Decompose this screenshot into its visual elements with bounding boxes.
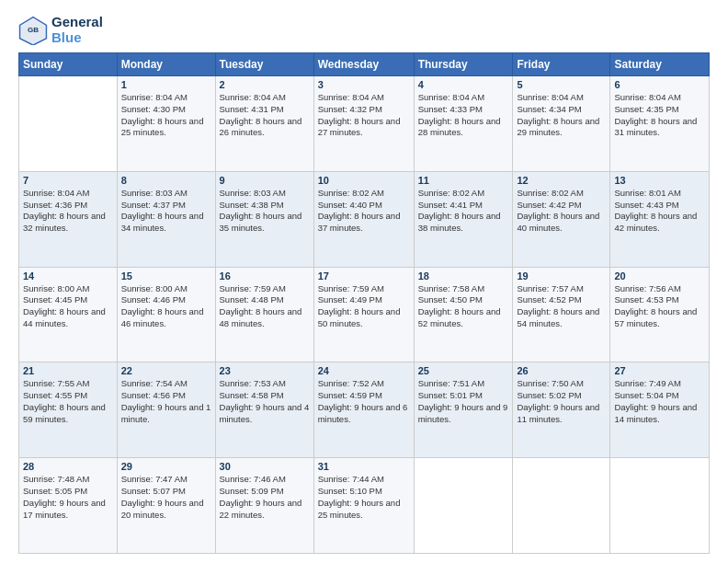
sunrise-text: Sunrise: 7:54 AM	[121, 378, 188, 388]
calendar-cell: 13 Sunrise: 8:01 AM Sunset: 4:43 PM Dayl…	[610, 171, 710, 267]
calendar-cell: 25 Sunrise: 7:51 AM Sunset: 5:01 PM Dayl…	[414, 362, 513, 458]
sunrise-text: Sunrise: 8:04 AM	[318, 92, 384, 102]
calendar-cell: 5 Sunrise: 8:04 AM Sunset: 4:34 PM Dayli…	[513, 76, 610, 172]
daylight-text: Daylight: 8 hours and 50 minutes.	[318, 306, 401, 328]
weekday-tuesday: Tuesday	[215, 53, 313, 76]
calendar-cell: 10 Sunrise: 8:02 AM Sunset: 4:40 PM Dayl…	[313, 171, 414, 267]
sunrise-text: Sunrise: 7:44 AM	[318, 474, 384, 484]
sunset-text: Sunset: 5:10 PM	[318, 486, 382, 496]
page-header: GB General Blue	[18, 15, 710, 45]
day-number: 7	[23, 175, 113, 186]
day-number: 23	[220, 365, 310, 376]
sunset-text: Sunset: 4:41 PM	[418, 200, 483, 210]
day-info: Sunrise: 8:04 AM Sunset: 4:36 PM Dayligh…	[23, 188, 113, 235]
calendar-cell: 16 Sunrise: 7:59 AM Sunset: 4:48 PM Dayl…	[215, 267, 313, 362]
day-info: Sunrise: 7:47 AM Sunset: 5:07 PM Dayligh…	[121, 474, 211, 521]
sunrise-text: Sunrise: 8:03 AM	[220, 188, 286, 198]
logo: GB General Blue	[18, 15, 103, 45]
calendar-cell: 22 Sunrise: 7:54 AM Sunset: 4:56 PM Dayl…	[117, 362, 215, 458]
calendar-cell	[19, 76, 118, 172]
day-number: 3	[318, 79, 410, 90]
daylight-text: Daylight: 8 hours and 31 minutes.	[614, 116, 697, 138]
sunrise-text: Sunrise: 7:55 AM	[23, 378, 89, 388]
sunrise-text: Sunrise: 7:51 AM	[418, 378, 484, 388]
weekday-friday: Friday	[513, 53, 610, 76]
day-number: 29	[121, 461, 211, 472]
daylight-text: Daylight: 9 hours and 6 minutes.	[318, 402, 408, 424]
sunrise-text: Sunrise: 8:04 AM	[220, 92, 286, 102]
calendar-cell: 19 Sunrise: 7:57 AM Sunset: 4:52 PM Dayl…	[513, 267, 610, 362]
day-info: Sunrise: 8:00 AM Sunset: 4:46 PM Dayligh…	[121, 283, 211, 330]
sunrise-text: Sunrise: 7:46 AM	[220, 474, 286, 484]
daylight-text: Daylight: 8 hours and 40 minutes.	[517, 211, 599, 233]
day-info: Sunrise: 7:44 AM Sunset: 5:10 PM Dayligh…	[318, 474, 410, 521]
day-info: Sunrise: 7:54 AM Sunset: 4:56 PM Dayligh…	[121, 378, 211, 425]
sunrise-text: Sunrise: 8:03 AM	[121, 188, 188, 198]
sunset-text: Sunset: 5:09 PM	[220, 486, 284, 496]
day-number: 27	[614, 365, 705, 376]
day-info: Sunrise: 7:49 AM Sunset: 5:04 PM Dayligh…	[614, 378, 705, 425]
daylight-text: Daylight: 8 hours and 34 minutes.	[121, 211, 204, 233]
sunrise-text: Sunrise: 7:59 AM	[220, 283, 286, 293]
day-number: 12	[517, 175, 606, 186]
sunset-text: Sunset: 5:07 PM	[121, 486, 186, 496]
sunset-text: Sunset: 4:59 PM	[318, 390, 382, 400]
day-info: Sunrise: 7:53 AM Sunset: 4:58 PM Dayligh…	[220, 378, 310, 425]
sunset-text: Sunset: 4:37 PM	[121, 200, 186, 210]
day-number: 22	[121, 365, 211, 376]
calendar-cell: 30 Sunrise: 7:46 AM Sunset: 5:09 PM Dayl…	[215, 458, 313, 554]
daylight-text: Daylight: 9 hours and 9 minutes.	[418, 402, 508, 424]
calendar-cell: 23 Sunrise: 7:53 AM Sunset: 4:58 PM Dayl…	[215, 362, 313, 458]
sunrise-text: Sunrise: 7:47 AM	[121, 474, 188, 484]
sunset-text: Sunset: 4:58 PM	[220, 390, 284, 400]
calendar-cell: 9 Sunrise: 8:03 AM Sunset: 4:38 PM Dayli…	[215, 171, 313, 267]
day-number: 24	[318, 365, 410, 376]
calendar-cell: 28 Sunrise: 7:48 AM Sunset: 5:05 PM Dayl…	[19, 458, 118, 554]
sunset-text: Sunset: 4:33 PM	[418, 104, 483, 114]
daylight-text: Daylight: 8 hours and 29 minutes.	[517, 116, 599, 138]
day-number: 4	[418, 79, 509, 90]
daylight-text: Daylight: 8 hours and 59 minutes.	[23, 402, 106, 424]
calendar-header: Sunday Monday Tuesday Wednesday Thursday…	[19, 53, 710, 76]
day-number: 25	[418, 365, 509, 376]
daylight-text: Daylight: 8 hours and 52 minutes.	[418, 306, 501, 328]
weekday-saturday: Saturday	[610, 53, 710, 76]
day-info: Sunrise: 7:46 AM Sunset: 5:09 PM Dayligh…	[220, 474, 310, 521]
sunset-text: Sunset: 4:48 PM	[220, 294, 284, 304]
sunrise-text: Sunrise: 8:04 AM	[121, 92, 188, 102]
sunrise-text: Sunrise: 8:04 AM	[614, 92, 680, 102]
calendar-cell: 27 Sunrise: 7:49 AM Sunset: 5:04 PM Dayl…	[610, 362, 710, 458]
day-info: Sunrise: 8:03 AM Sunset: 4:37 PM Dayligh…	[121, 188, 211, 235]
calendar-cell: 4 Sunrise: 8:04 AM Sunset: 4:33 PM Dayli…	[414, 76, 513, 172]
day-info: Sunrise: 8:00 AM Sunset: 4:45 PM Dayligh…	[23, 283, 113, 330]
daylight-text: Daylight: 9 hours and 17 minutes.	[23, 498, 106, 520]
sunrise-text: Sunrise: 7:56 AM	[614, 283, 680, 293]
day-number: 16	[220, 270, 310, 282]
day-number: 31	[318, 461, 410, 472]
calendar-cell: 17 Sunrise: 7:59 AM Sunset: 4:49 PM Dayl…	[313, 267, 414, 362]
day-info: Sunrise: 7:57 AM Sunset: 4:52 PM Dayligh…	[517, 283, 606, 330]
daylight-text: Daylight: 8 hours and 38 minutes.	[418, 211, 501, 233]
calendar-cell: 12 Sunrise: 8:02 AM Sunset: 4:42 PM Dayl…	[513, 171, 610, 267]
day-number: 21	[23, 365, 113, 376]
calendar-cell: 15 Sunrise: 8:00 AM Sunset: 4:46 PM Dayl…	[117, 267, 215, 362]
sunset-text: Sunset: 4:35 PM	[614, 104, 678, 114]
day-number: 20	[614, 270, 705, 282]
sunset-text: Sunset: 4:40 PM	[318, 200, 382, 210]
day-number: 11	[418, 175, 509, 186]
sunset-text: Sunset: 4:55 PM	[23, 390, 87, 400]
day-info: Sunrise: 7:59 AM Sunset: 4:49 PM Dayligh…	[318, 283, 410, 330]
daylight-text: Daylight: 9 hours and 25 minutes.	[318, 498, 401, 520]
daylight-text: Daylight: 8 hours and 35 minutes.	[220, 211, 302, 233]
day-number: 6	[614, 79, 705, 90]
day-number: 5	[517, 79, 606, 90]
daylight-text: Daylight: 9 hours and 11 minutes.	[517, 402, 599, 424]
calendar-body: 1 Sunrise: 8:04 AM Sunset: 4:30 PM Dayli…	[19, 76, 710, 554]
calendar-cell: 24 Sunrise: 7:52 AM Sunset: 4:59 PM Dayl…	[313, 362, 414, 458]
daylight-text: Daylight: 8 hours and 48 minutes.	[220, 306, 302, 328]
sunrise-text: Sunrise: 8:04 AM	[517, 92, 583, 102]
day-number: 17	[318, 270, 410, 282]
day-number: 14	[23, 270, 113, 282]
sunrise-text: Sunrise: 8:02 AM	[318, 188, 384, 198]
sunrise-text: Sunrise: 8:01 AM	[614, 188, 680, 198]
